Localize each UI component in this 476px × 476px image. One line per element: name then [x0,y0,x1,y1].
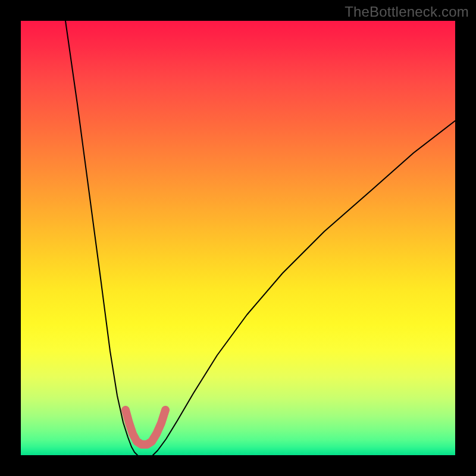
valley-marker [126,410,165,444]
right-curve [153,121,455,455]
curve-layer [21,21,455,455]
chart-frame: TheBottleneck.com [0,0,476,476]
left-curve [65,21,137,455]
watermark-text: TheBottleneck.com [345,4,469,20]
plot-area [21,21,455,455]
